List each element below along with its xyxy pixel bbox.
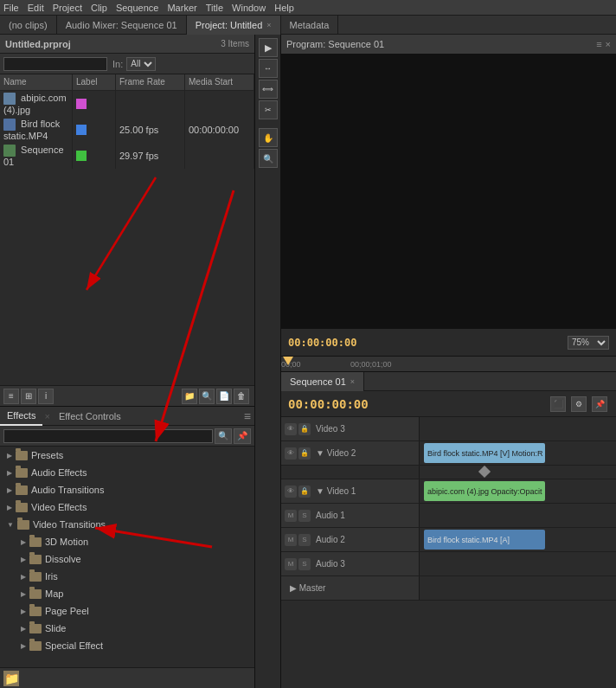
menu-edit[interactable]: Edit (28, 3, 44, 13)
track-mute-btn[interactable]: M (285, 510, 297, 522)
tool-arrow-both[interactable]: ⟺ (259, 80, 278, 99)
project-search-btn[interactable]: 🔍 (199, 389, 215, 404)
label-swatch (76, 151, 87, 161)
track-content-video1[interactable]: abipic.com (4).jpg Opacity:Opacit (420, 479, 616, 503)
track-lock-btn[interactable]: 🔒 (298, 447, 311, 460)
tab-metadata[interactable]: Metadata (281, 16, 339, 35)
effects-pin-btn[interactable]: 📌 (234, 428, 251, 444)
monitor-zoom-select[interactable]: 75% 50% 100% (568, 336, 609, 350)
new-folder-btn[interactable]: 📁 (3, 671, 19, 686)
project-info-btn[interactable]: i (38, 389, 54, 404)
effects-item-label: Presets (31, 450, 63, 460)
track-lock-btn[interactable]: 🔒 (298, 423, 311, 435)
track-eye-btn[interactable]: 👁 (285, 485, 297, 498)
project-delete-btn[interactable]: 🗑 (234, 389, 249, 404)
list-item[interactable]: ▶ 3D Motion (0, 533, 254, 550)
project-icon-view-btn[interactable]: ⊞ (21, 389, 36, 404)
menu-sequence[interactable]: Sequence (116, 3, 159, 13)
list-item[interactable]: ▶ Presets (0, 447, 254, 464)
track-content-audio1[interactable] (420, 504, 616, 527)
track-icons-audio1: M S (285, 510, 312, 522)
list-item[interactable]: ▶ Audio Transitions (0, 481, 254, 498)
tool-razor[interactable]: ✂ (259, 100, 278, 119)
tool-hand[interactable]: ✋ (259, 128, 278, 147)
monitor-menu-btn[interactable]: ≡ (596, 39, 601, 49)
col-name[interactable]: Name (0, 74, 73, 90)
track-content-audio2[interactable]: Bird flock static.MP4 [A] (420, 528, 616, 551)
tab-effects[interactable]: Effects (0, 407, 42, 426)
sequence-render-btn[interactable]: ⬛ (550, 396, 566, 412)
effects-item-label: Iris (45, 571, 58, 582)
in-select[interactable]: All (126, 57, 156, 71)
timeline-area: 👁 🔒 Video 3 👁 🔒 (281, 417, 616, 688)
track-content-video3[interactable] (420, 417, 616, 440)
track-icons-video3: 👁 🔒 (285, 423, 312, 435)
list-item[interactable]: ▶ Special Effect (0, 637, 254, 654)
col-media-start[interactable]: Media Start (185, 74, 254, 90)
track-content-audio3[interactable] (420, 552, 616, 575)
list-item[interactable]: ▶ Iris (0, 568, 254, 585)
menu-project[interactable]: Project (53, 3, 82, 13)
menu-file[interactable]: File (3, 3, 19, 13)
tab-project-close[interactable]: × (266, 21, 271, 29)
track-clip[interactable]: Bird flock static.MP4 [A] (424, 530, 545, 550)
sequence-markers-btn[interactable]: 📌 (592, 396, 607, 412)
list-item[interactable]: ▶ Slide (0, 620, 254, 637)
track-solo-btn[interactable]: S (298, 534, 311, 546)
tab-audio-mixer[interactable]: Audio Mixer: Sequence 01 (57, 16, 187, 35)
track-content-master[interactable] (420, 576, 616, 600)
tab-sequence01[interactable]: Sequence 01 × (281, 372, 364, 391)
menu-marker[interactable]: Marker (167, 3, 196, 13)
effects-tab-bar: Effects × Effect Controls ≡ (0, 407, 254, 426)
tab-effect-controls[interactable]: Effect Controls (52, 407, 128, 426)
menu-clip[interactable]: Clip (91, 3, 107, 13)
track-content-video2[interactable]: Bird flock static.MP4 [V] Motion:R (420, 441, 616, 465)
track-mute-btn[interactable]: M (285, 558, 297, 570)
list-item[interactable]: ▶ Map (0, 585, 254, 602)
col-frame-rate[interactable]: Frame Rate (116, 74, 185, 90)
table-row[interactable]: abipic.com (4).jpg (0, 90, 254, 117)
track-lock-btn[interactable]: 🔒 (298, 485, 311, 498)
menu-window[interactable]: Window (232, 3, 266, 13)
item-count: 3 Items (221, 39, 249, 48)
table-row[interactable]: Bird flock static.MP4 25.00 fps 00:00:00… (0, 117, 254, 143)
list-item[interactable]: ▼ Video Transitions (0, 516, 254, 533)
menu-title[interactable]: Title (206, 3, 223, 13)
project-new-bin-btn[interactable]: 📁 (182, 389, 197, 404)
file-mediastart-cell: 00:00:00:00 (185, 117, 254, 143)
menu-help[interactable]: Help (274, 3, 294, 13)
list-item[interactable]: ▶ Audio Effects (0, 464, 254, 481)
track-solo-btn[interactable]: S (298, 510, 311, 522)
tab-no-clips[interactable]: (no clips) (0, 16, 57, 35)
table-row[interactable]: Sequence 01 29.97 fps (0, 143, 254, 169)
list-item[interactable]: ▶ Page Peel (0, 602, 254, 620)
tool-zoom[interactable]: 🔍 (259, 149, 278, 168)
col-label[interactable]: Label (73, 74, 116, 90)
effects-search-btn[interactable]: 🔍 (215, 428, 232, 444)
track-clip[interactable]: Bird flock static.MP4 [V] Motion:R (424, 443, 545, 463)
track-mute-btn[interactable]: M (285, 534, 297, 546)
tab-project[interactable]: Project: Untitled × (187, 16, 281, 35)
monitor-close-btn[interactable]: × (606, 39, 611, 49)
track-audio1: M S Audio 1 (281, 504, 616, 528)
project-list-view-btn[interactable]: ≡ (3, 389, 19, 404)
track-header-video3: 👁 🔒 Video 3 (281, 417, 420, 440)
project-search-input[interactable] (3, 57, 107, 71)
track-solo-btn[interactable]: S (298, 558, 311, 570)
track-eye-btn[interactable]: 👁 (285, 447, 297, 460)
track-clip[interactable]: abipic.com (4).jpg Opacity:Opacit (424, 481, 545, 501)
effects-panel-menu-btn[interactable]: ≡ (244, 409, 251, 423)
track-eye-btn[interactable]: 👁 (285, 423, 297, 435)
sequence-settings-btn[interactable]: ⚙ (571, 396, 587, 412)
list-item[interactable]: ▶ Dissolve (0, 550, 254, 568)
file-framerate-cell (116, 90, 185, 117)
project-new-item-btn[interactable]: 📄 (216, 389, 232, 404)
tool-select[interactable]: ▶ (259, 38, 278, 57)
effects-search-input[interactable] (3, 429, 213, 443)
effects-bottom-toolbar: 📁 (0, 667, 254, 688)
sequence-tab-close[interactable]: × (350, 377, 355, 386)
tool-arrow-horizontal[interactable]: ↔ (259, 59, 278, 78)
svg-line-1 (87, 177, 156, 290)
list-item[interactable]: ▶ Video Effects (0, 498, 254, 516)
tab-project-label: Project: Untitled (196, 20, 263, 30)
